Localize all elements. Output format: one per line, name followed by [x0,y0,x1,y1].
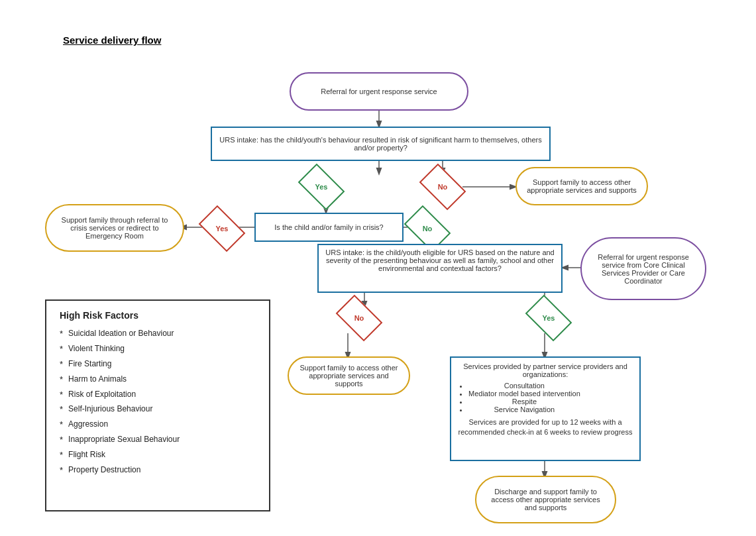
service-item-4: Service Navigation [468,405,580,413]
risk-item-10: *Property Destruction [60,465,256,476]
urs-intake2-shape: URS intake: is the child/youth eligible … [317,244,563,293]
support-other2-shape: Support family to access other appropria… [288,356,410,395]
high-risk-box: High Risk Factors *Suicidal Ideation or … [45,299,270,511]
crisis-question-shape: Is the child and/or family in crisis? [254,213,404,242]
risk-item-7: *Aggression [60,419,256,431]
diamond-yes1: Yes [298,171,345,203]
risk-item-9: *Flight Risk [60,450,256,461]
referral-core-shape: Referral for urgent response service fro… [580,237,706,300]
support-crisis-label: Support family through referral to crisi… [53,216,176,240]
service-item-1: Consultation [468,382,580,390]
support-other1-shape: Support family to access other appropria… [515,167,648,205]
services-title: Services provided by partner service pro… [458,362,633,378]
support-other2-label: Support family to access other appropria… [296,364,402,388]
support-crisis-shape: Support family through referral to crisi… [45,204,184,252]
diamond-yes3: Yes [529,303,568,333]
page-title: Service delivery flow [63,34,161,46]
risk-item-1: *Suicidal Ideation or Behaviour [60,329,256,340]
high-risk-list: *Suicidal Ideation or Behaviour *Violent… [60,329,256,476]
service-item-3: Respite [468,398,580,405]
crisis-question-label: Is the child and/or family in crisis? [274,223,383,231]
risk-item-3: *Fire Starting [60,359,256,370]
diamond-no2: No [407,214,447,243]
risk-item-4: *Harm to Animals [60,374,256,386]
risk-item-5: *Risk of Exploitation [60,390,256,401]
diamond-yes2: Yes [202,214,242,243]
support-other1-label: Support family to access other appropria… [523,178,640,194]
discharge-shape: Discharge and support family to access o… [475,476,616,523]
referral-top-label: Referral for urgent response service [321,87,437,95]
urs-intake2-label: URS intake: is the child/youth eligible … [324,248,556,272]
service-item-2: Mediator model based intervention [468,390,580,398]
diamond-no3: No [339,303,379,333]
flow-container: Service delivery flow [0,0,756,536]
referral-top-shape: Referral for urgent response service [290,72,468,111]
services-box-shape: Services provided by partner service pro… [450,356,641,461]
urs-intake1-shape: URS intake: has the child/youth's behavi… [211,127,551,161]
high-risk-title: High Risk Factors [60,310,256,321]
risk-item-6: *Self-Injurious Behaviour [60,404,256,415]
discharge-label: Discharge and support family to access o… [484,488,607,511]
referral-core-label: Referral for urgent response service fro… [588,253,698,285]
services-footer: Services are provided for up to 12 weeks… [458,417,633,438]
diamond-no1: No [423,171,462,203]
services-list: Consultation Mediator model based interv… [458,382,580,413]
risk-item-2: *Violent Thinking [60,344,256,355]
urs-intake1-label: URS intake: has the child/youth's behavi… [217,136,544,152]
risk-item-8: *Inappropriate Sexual Behaviour [60,435,256,446]
